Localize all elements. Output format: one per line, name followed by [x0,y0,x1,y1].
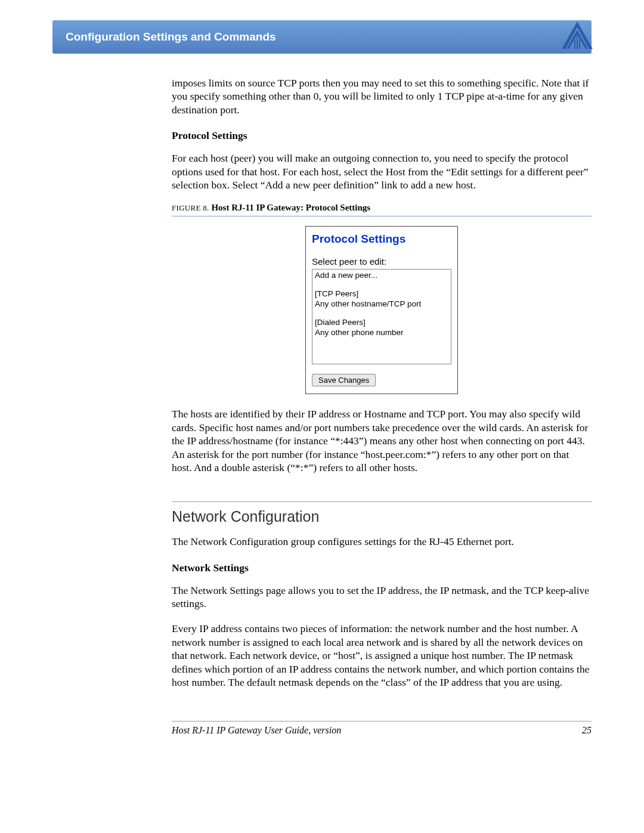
list-item[interactable]: Any other phone number [315,328,448,338]
chapter-title: Configuration Settings and Commands [66,30,276,44]
footer-text: Host RJ-11 IP Gateway User Guide, versio… [172,725,341,736]
page-number: 25 [582,725,592,736]
list-spacer [315,281,448,289]
list-spacer [315,309,448,318]
network-configuration-title: Network Configuration [172,508,592,525]
network-settings-heading: Network Settings [172,562,592,574]
network-settings-para1: The Network Settings page allows you to … [172,584,592,611]
protocol-settings-panel: Protocol Settings Select peer to edit: A… [305,226,458,394]
chapter-header-band: Configuration Settings and Commands [52,20,592,54]
save-changes-button[interactable]: Save Changes [312,374,376,386]
list-group-header: [Dialed Peers] [315,318,448,328]
protocol-settings-paragraph: For each host (peer) you will make an ou… [172,151,592,191]
content-area: imposes limits on source TCP ports then … [52,54,592,689]
figure-label: FIGURE 8. [172,203,209,212]
figure-title: Host RJ-11 IP Gateway: Protocol Settings [211,203,370,212]
panel-title: Protocol Settings [312,233,451,246]
intro-paragraph: imposes limits on source TCP ports then … [172,76,592,116]
page: Configuration Settings and Commands impo… [0,0,644,760]
footer-divider [172,721,592,721]
hosts-description-paragraph: The hosts are identified by their IP add… [172,407,592,474]
list-item[interactable]: Any other hostname/TCP port [315,299,448,309]
network-config-intro: The Network Configuration group configur… [172,535,592,548]
page-footer: Host RJ-11 IP Gateway User Guide, versio… [52,721,592,736]
list-group-header: [TCP Peers] [315,289,448,299]
list-item[interactable]: Add a new peer... [315,271,448,281]
figure-caption: FIGURE 8. Host RJ-11 IP Gateway: Protoco… [172,203,592,216]
section-divider [172,501,592,502]
network-settings-para2: Every IP address contains two pieces of … [172,622,592,689]
figure-wrapper: Protocol Settings Select peer to edit: A… [172,226,592,394]
triangle-logo-icon [559,18,595,54]
peer-listbox[interactable]: Add a new peer... [TCP Peers] Any other … [312,269,451,364]
select-peer-label: Select peer to edit: [312,256,451,267]
protocol-settings-heading: Protocol Settings [172,129,592,142]
